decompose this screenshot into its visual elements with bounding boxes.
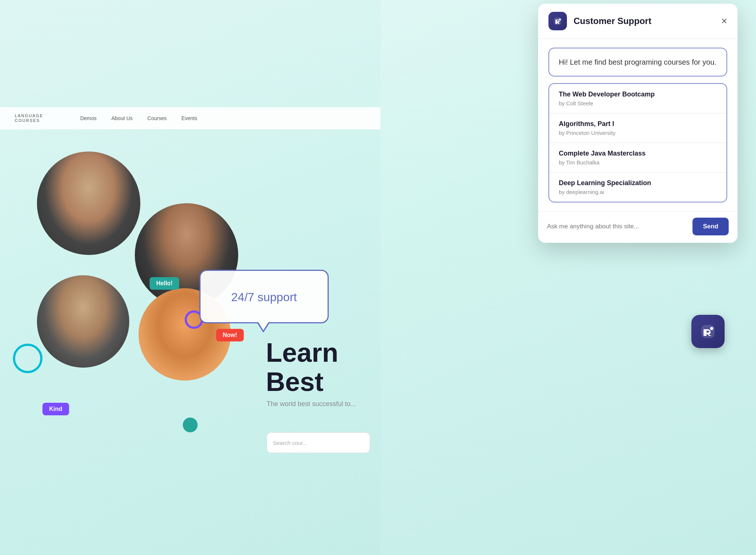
- chat-title: Customer Support: [574, 16, 721, 26]
- chat-input-field[interactable]: [547, 223, 688, 230]
- tag-hello: Hello!: [150, 277, 179, 290]
- nav-link-demos[interactable]: Demos: [80, 115, 96, 121]
- course-item-2[interactable]: Algorithms, Part I by Princeton Universi…: [549, 113, 726, 143]
- nav-link-courses[interactable]: Courses: [147, 115, 167, 121]
- bot-message: Hi! Let me find best programing courses …: [548, 48, 727, 76]
- chat-widget: Customer Support × Hi! Let me find best …: [538, 4, 738, 243]
- search-placeholder: Search cour...: [273, 440, 307, 446]
- course-author-1: by Colt Steele: [559, 100, 717, 106]
- nav-links: Demos About Us Courses Events: [80, 115, 197, 121]
- deco-circle-green: [183, 418, 198, 432]
- fab-icon: [699, 323, 717, 340]
- courses-list: The Web Developer Bootcamp by Colt Steel…: [548, 83, 727, 202]
- chat-header: Customer Support ×: [538, 4, 738, 39]
- avatar-1: [37, 151, 140, 255]
- course-title-4: Deep Learning Specialization: [559, 179, 717, 187]
- avatar-3: [37, 275, 129, 368]
- speech-bubble: 24/7 support: [199, 270, 329, 323]
- chat-logo: [548, 12, 567, 30]
- course-title-3: Complete Java Masterclass: [559, 150, 717, 157]
- speech-bubble-text: 24/7 support: [231, 289, 297, 304]
- search-bar[interactable]: Search cour...: [267, 432, 370, 453]
- hero-subtitle: The world best successful to...: [267, 399, 370, 409]
- site-logo: LANGUAGE COURSES: [15, 113, 43, 123]
- chat-close-button[interactable]: ×: [721, 16, 727, 26]
- nav-link-about[interactable]: About Us: [112, 115, 133, 121]
- svg-point-2: [559, 19, 561, 21]
- course-title-2: Algorithms, Part I: [559, 120, 717, 128]
- nav-bar: LANGUAGE COURSES Demos About Us Courses …: [0, 107, 380, 129]
- tag-kind: Kind: [42, 403, 69, 415]
- chat-send-button[interactable]: Send: [692, 218, 729, 235]
- tag-now: Now!: [216, 329, 244, 341]
- chat-logo-svg-icon: [553, 16, 563, 26]
- course-title-1: The Web Developer Bootcamp: [559, 91, 717, 98]
- course-item-1[interactable]: The Web Developer Bootcamp by Colt Steel…: [549, 84, 726, 113]
- deco-circle-cyan: [13, 344, 42, 373]
- course-author-3: by Tim Buchalka: [559, 159, 717, 166]
- course-author-2: by Princeton University: [559, 130, 717, 136]
- course-item-3[interactable]: Complete Java Masterclass by Tim Buchalk…: [549, 143, 726, 173]
- nav-link-events[interactable]: Events: [181, 115, 197, 121]
- course-item-4[interactable]: Deep Learning Specialization by deeplear…: [549, 173, 726, 202]
- hero-title: Learn Best: [266, 338, 338, 396]
- hero-section: Hello! Now! Kind Support 24/7 support Le…: [0, 129, 380, 462]
- chat-fab-button[interactable]: [691, 315, 725, 348]
- course-author-4: by deeplearning.ai: [559, 189, 717, 195]
- svg-point-5: [710, 327, 713, 330]
- chat-input-area: Send: [538, 211, 738, 243]
- chat-body: Hi! Let me find best programing courses …: [538, 39, 738, 211]
